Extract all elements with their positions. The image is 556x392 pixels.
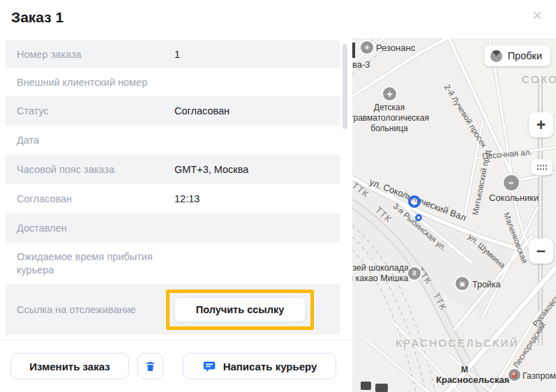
zoom-in-button[interactable]: + — [529, 112, 553, 137]
poi-label-sokolniki-metro: Сокольники — [489, 193, 539, 203]
field-row-timezone: Часовой пояс заказа GMT+3, Москва — [6, 155, 340, 184]
field-label: Ожидаемое время прибытия курьера — [17, 250, 174, 277]
poi-label-museum-line2: и какао Мишка — [352, 273, 408, 283]
gazprom-poi-icon[interactable]: ⛽ — [509, 369, 520, 381]
poi-label-troyka: Тройка — [472, 280, 501, 289]
delete-order-button[interactable] — [137, 353, 163, 379]
traffic-label: Пробки — [508, 50, 542, 61]
order-location-anchor-dot[interactable] — [415, 214, 422, 221]
district-label-krasnoselsky: КРАСНОСЕЛЬСКИЙ — [396, 337, 519, 349]
field-label: Статус — [17, 105, 174, 118]
troyka-poi-icon[interactable]: ▣ — [456, 277, 469, 290]
field-value: Согласован — [174, 105, 230, 116]
edit-order-button[interactable]: Изменить заказ — [10, 353, 129, 379]
poi-label-gazprom: Газпром — [523, 371, 556, 381]
order-location-marker[interactable] — [408, 195, 421, 208]
message-courier-button[interactable]: Написать курьеру — [183, 353, 336, 379]
order-fields-table: Номер заказа 1 Внешний клиентский номер … — [6, 40, 340, 335]
poi-label-hospital: Детская травматологическая больница — [352, 103, 435, 134]
get-link-button[interactable]: Получить ссылку — [174, 297, 306, 322]
poi-label-moskva3: ва-3 — [352, 59, 370, 70]
traffic-icon — [490, 50, 502, 62]
field-value: 1 — [174, 49, 180, 60]
message-courier-label: Написать курьеру — [223, 361, 317, 372]
field-row-delivered: Доставлен — [6, 213, 340, 243]
chat-icon — [202, 360, 216, 373]
footer-actions: Изменить заказ Написать курьеру — [0, 340, 352, 392]
traffic-toggle-button[interactable]: Пробки — [484, 45, 550, 66]
ruler-dots-icon — [536, 164, 547, 170]
transit-badge — [375, 384, 388, 392]
trash-icon — [144, 360, 156, 372]
field-row-external-client-number: Внешний клиентский номер — [6, 68, 340, 96]
field-label: Внешний клиентский номер — [17, 76, 174, 89]
field-label: Номер заказа — [17, 48, 174, 61]
poi-label-rezonans: Резонанс — [376, 43, 415, 53]
tutorial-highlight-frame: Получить ссылку — [166, 289, 314, 330]
order-dialog: Заказ 1 × Номер заказа 1 Внешний клиентс… — [0, 0, 556, 392]
map-canvas[interactable]: СОКОЛ КРАСНОСЕЛЬСКИЙ 2-й Лучевой просек … — [352, 38, 556, 392]
field-row-status: Статус Согласован — [6, 96, 340, 126]
field-row-approved-time: Согласован 12:13 — [6, 184, 340, 213]
transit-badge — [361, 382, 371, 390]
field-label: Часовой пояс заказа — [17, 163, 174, 176]
museum-poi-icon[interactable]: Ⅲ — [408, 267, 421, 280]
field-row-date: Дата — [6, 126, 340, 155]
field-value: GMT+3, Москва — [174, 164, 248, 175]
field-row-eta: Ожидаемое время прибытия курьера — [6, 243, 340, 285]
sokolniki-metro-icon[interactable]: ◂▸ — [504, 175, 519, 190]
rezonans-poi-icon[interactable]: ❋ — [361, 41, 373, 54]
close-icon[interactable]: × — [532, 7, 542, 24]
hospital-poi-icon[interactable]: + — [383, 87, 396, 100]
station-icon-moskva3 — [352, 43, 355, 58]
field-label: Дата — [17, 134, 174, 147]
page-title: Заказ 1 — [11, 9, 63, 26]
field-value: 12:13 — [174, 193, 200, 204]
field-label: Ссылка на отслеживание — [17, 303, 166, 317]
field-label: Согласован — [17, 193, 174, 206]
zoom-out-button[interactable]: − — [529, 239, 553, 264]
field-row-order-number: Номер заказа 1 — [6, 40, 340, 68]
ruler-button[interactable] — [531, 159, 553, 175]
field-label: Доставлен — [17, 222, 174, 235]
panel-scrollbar[interactable] — [343, 44, 347, 129]
district-label-sokolniki: СОКОЛ — [522, 73, 556, 85]
metro-m-icon: М — [461, 365, 468, 375]
field-row-tracking-link: Ссылка на отслеживание Получить ссылку — [6, 285, 340, 335]
poi-label-krasnoselskaya: Красносельская — [436, 375, 509, 385]
poi-label-museum-line1: узей шоколада — [352, 263, 409, 273]
